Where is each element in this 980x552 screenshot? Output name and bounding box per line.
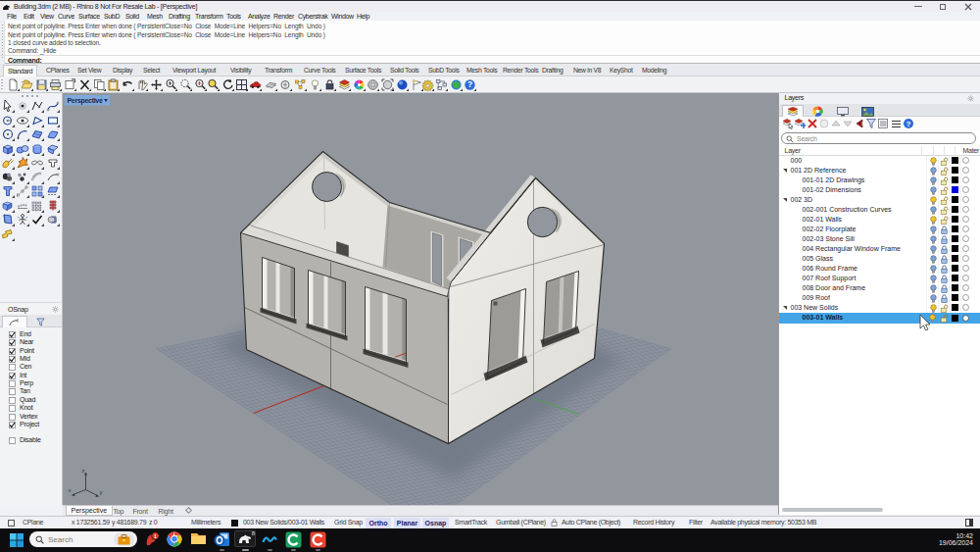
svg-text:Perspective: Perspective <box>67 96 102 104</box>
svg-text:x: x <box>68 486 71 492</box>
svg-text:y: y <box>99 488 102 494</box>
svg-text:?: ? <box>466 79 471 89</box>
svg-text:z: z <box>81 467 84 473</box>
svg-text:?: ? <box>906 120 911 128</box>
